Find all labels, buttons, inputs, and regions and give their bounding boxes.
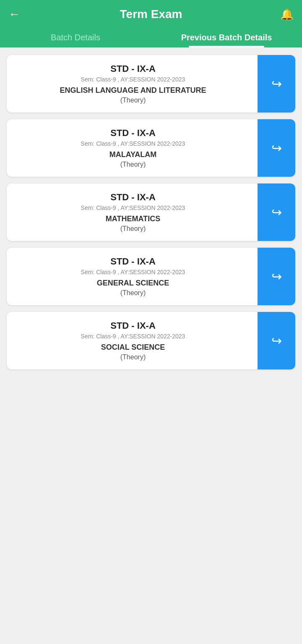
- tab-batch-details-label: Batch Details: [51, 33, 100, 42]
- exam-card-1: STD - IX-A Sem: Class-9 , AY:SESSION 202…: [7, 55, 295, 113]
- card-subject-3: MATHEMATICS: [106, 215, 160, 223]
- card-action-button-5[interactable]: ↪: [258, 312, 295, 369]
- tab-batch-details[interactable]: Batch Details: [0, 27, 151, 47]
- card-std-2: STD - IX-A: [110, 128, 156, 139]
- card-subject-4: GENERAL SCIENCE: [97, 279, 169, 288]
- header: ← Term Exam 🔔 Batch Details Previous Bat…: [0, 0, 302, 47]
- card-info-4: STD - IX-A Sem: Class-9 , AY:SESSION 202…: [7, 248, 258, 305]
- exam-card-3: STD - IX-A Sem: Class-9 , AY:SESSION 202…: [7, 183, 295, 241]
- card-info-5: STD - IX-A Sem: Class-9 , AY:SESSION 202…: [7, 312, 258, 369]
- back-button[interactable]: ←: [8, 8, 25, 21]
- card-std-5: STD - IX-A: [110, 320, 156, 331]
- card-type-4: (Theory): [120, 289, 146, 297]
- card-action-button-3[interactable]: ↪: [258, 183, 295, 241]
- card-info-2: STD - IX-A Sem: Class-9 , AY:SESSION 202…: [7, 119, 258, 177]
- header-top: ← Term Exam 🔔: [0, 0, 302, 27]
- exam-card-2: STD - IX-A Sem: Class-9 , AY:SESSION 202…: [7, 119, 295, 177]
- card-std-1: STD - IX-A: [110, 63, 156, 74]
- card-subject-5: SOCIAL SCIENCE: [101, 343, 165, 352]
- share-icon-2: ↪: [271, 141, 282, 155]
- card-sem-1: Sem: Class-9 , AY:SESSION 2022-2023: [81, 76, 185, 83]
- card-action-button-2[interactable]: ↪: [258, 119, 295, 177]
- share-icon-3: ↪: [271, 205, 282, 220]
- card-sem-5: Sem: Class-9 , AY:SESSION 2022-2023: [81, 333, 185, 340]
- notification-bell-icon[interactable]: 🔔: [277, 8, 294, 21]
- page-title: Term Exam: [25, 8, 277, 21]
- card-std-4: STD - IX-A: [110, 256, 156, 267]
- share-icon-1: ↪: [271, 76, 282, 91]
- card-sem-4: Sem: Class-9 , AY:SESSION 2022-2023: [81, 269, 185, 275]
- card-sem-2: Sem: Class-9 , AY:SESSION 2022-2023: [81, 140, 185, 147]
- tab-previous-batch-details[interactable]: Previous Batch Details: [151, 27, 302, 47]
- tab-bar: Batch Details Previous Batch Details: [0, 27, 302, 47]
- card-std-3: STD - IX-A: [110, 192, 156, 203]
- card-subject-1: ENGLISH LANGUAGE AND LITERATURE: [60, 86, 206, 95]
- card-info-1: STD - IX-A Sem: Class-9 , AY:SESSION 202…: [7, 55, 258, 113]
- share-icon-5: ↪: [271, 333, 282, 348]
- card-action-button-4[interactable]: ↪: [258, 248, 295, 305]
- exam-card-4: STD - IX-A Sem: Class-9 , AY:SESSION 202…: [7, 248, 295, 305]
- card-action-button-1[interactable]: ↪: [258, 55, 295, 113]
- tab-previous-batch-details-label: Previous Batch Details: [181, 33, 272, 42]
- card-subject-2: MALAYALAM: [109, 150, 157, 159]
- card-type-3: (Theory): [120, 225, 146, 233]
- card-sem-3: Sem: Class-9 , AY:SESSION 2022-2023: [81, 204, 185, 211]
- exam-card-5: STD - IX-A Sem: Class-9 , AY:SESSION 202…: [7, 312, 295, 369]
- content-area: STD - IX-A Sem: Class-9 , AY:SESSION 202…: [0, 47, 302, 377]
- card-type-5: (Theory): [120, 353, 146, 361]
- card-info-3: STD - IX-A Sem: Class-9 , AY:SESSION 202…: [7, 183, 258, 241]
- card-type-2: (Theory): [120, 161, 146, 168]
- share-icon-4: ↪: [271, 269, 282, 284]
- card-type-1: (Theory): [120, 97, 146, 104]
